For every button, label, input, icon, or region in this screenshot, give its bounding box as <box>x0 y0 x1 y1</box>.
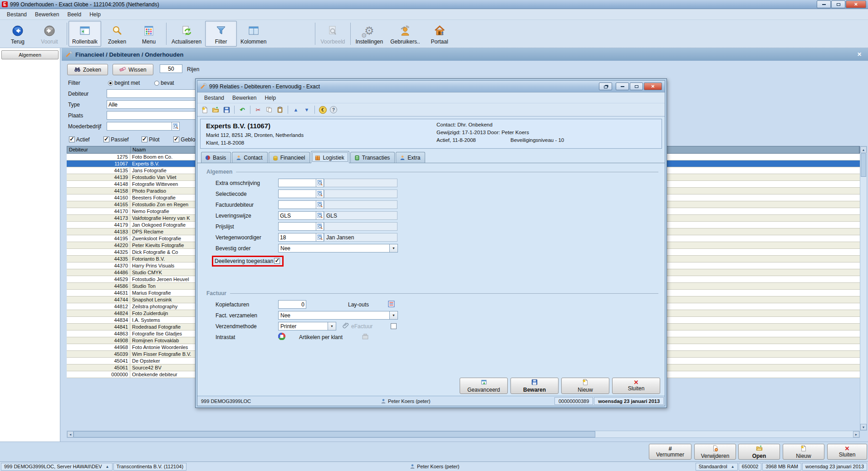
selectiecode-lookup-button[interactable] <box>316 189 324 198</box>
prijslijst-input[interactable] <box>278 222 316 231</box>
leveringswijze-lookup-button[interactable] <box>316 211 324 220</box>
sidebar-tab-algemeen[interactable]: Algemeen <box>1 50 59 59</box>
status-role-segment[interactable]: Standaardrol▲ <box>696 463 738 471</box>
scroll-down-icon[interactable]: ▼ <box>860 424 867 430</box>
filter-button[interactable]: Filter <box>205 21 237 47</box>
copy-button[interactable] <box>265 105 274 114</box>
new-button[interactable]: Nieuw <box>783 444 824 460</box>
dialog-maximize-button[interactable] <box>630 83 643 90</box>
menu-beeld[interactable]: Beeld <box>63 10 85 19</box>
type-input[interactable] <box>107 100 205 109</box>
vertegenwoordiger-input[interactable] <box>278 233 316 242</box>
tab-basis[interactable]: Basis <box>201 152 231 163</box>
maximize-button[interactable] <box>831 0 845 8</box>
menu-bestand[interactable]: Bestand <box>3 10 31 19</box>
verzendmethode-dropdown[interactable]: Printer ▼ <box>278 322 336 330</box>
vertical-scrollbar[interactable]: ▲ ▼ <box>860 146 867 431</box>
dialog-menu-help[interactable]: Help <box>260 93 280 102</box>
plaats-input[interactable] <box>107 111 205 120</box>
horizontal-scrollbar[interactable]: ◄ ► <box>67 431 860 438</box>
scrollbar-thumb[interactable] <box>74 431 595 437</box>
fact-verzamelen-dropdown[interactable]: Nee ▼ <box>278 311 398 320</box>
debiteur-input[interactable] <box>107 89 205 98</box>
paste-button[interactable] <box>275 105 284 114</box>
vertegenwoordiger-lookup-button[interactable] <box>316 233 324 242</box>
menu-button[interactable]: Menu <box>133 21 165 47</box>
refresh-button[interactable]: Actualiseren <box>168 21 205 47</box>
dialog-restore-button[interactable] <box>599 83 612 90</box>
factuurdebiteur-lookup-button[interactable] <box>316 200 324 209</box>
tab-logistiek[interactable]: Logistiek <box>311 151 349 163</box>
intrastat-button[interactable] <box>278 333 285 341</box>
new-record-button[interactable] <box>200 105 209 114</box>
columns-button[interactable]: Kolommen <box>237 21 270 47</box>
scroll-left-icon[interactable]: ◄ <box>67 431 74 437</box>
renumber-button[interactable]: # Vernummer <box>649 444 691 460</box>
extra-omschrijving-lookup-button[interactable] <box>316 179 324 187</box>
currency-button[interactable]: € <box>318 105 327 114</box>
extra-omschrijving-input[interactable] <box>278 179 316 187</box>
users-button[interactable]: Gebruikers.. <box>387 21 423 47</box>
open-record-button[interactable] <box>211 105 220 114</box>
rows-count-input[interactable] <box>160 64 182 73</box>
factuurdebiteur-input[interactable] <box>278 200 316 209</box>
help-button[interactable]: ? <box>329 105 338 114</box>
tab-financieel[interactable]: Financieel <box>269 152 310 163</box>
scrollbar-track[interactable] <box>595 431 853 437</box>
settings-button[interactable]: ⚙⚙ Instellingen <box>352 21 387 47</box>
artikelen-per-klant-button[interactable] <box>362 333 369 341</box>
tab-extra[interactable]: Extra <box>396 152 425 163</box>
status-server-segment[interactable]: 999 DEMOG3999LOC, Server HAWAII\DEV▲ <box>1 463 113 471</box>
dialog-menu-bewerken[interactable]: Bewerken <box>228 93 260 102</box>
previous-record-button[interactable]: ▲ <box>291 105 300 114</box>
checkbox-pilot[interactable]: Pilot <box>142 136 160 143</box>
dialog-close-button[interactable]: ✕ <box>644 83 662 90</box>
prijslijst-lookup-button[interactable] <box>316 222 324 231</box>
clear-button[interactable]: Wissen <box>113 64 153 75</box>
moederbedrijf-input[interactable] <box>107 122 172 131</box>
minimize-button[interactable] <box>817 0 831 8</box>
selectiecode-input[interactable] <box>278 189 316 198</box>
preview-button[interactable]: Voorbeeld <box>317 21 348 47</box>
scroll-up-icon[interactable]: ▲ <box>860 146 867 153</box>
checkbox-passief[interactable]: Passief <box>103 136 129 143</box>
search-submit-button[interactable]: Zoeken <box>67 64 108 75</box>
dialog-menu-bestand[interactable]: Bestand <box>200 93 228 102</box>
layouts-button[interactable] <box>388 301 395 309</box>
scrollbar-toggle-button[interactable]: Rollenbalk <box>69 21 101 47</box>
leveringswijze-input[interactable] <box>278 211 316 220</box>
forward-button[interactable]: Vooruit <box>34 21 65 47</box>
close-button[interactable]: ✕ <box>846 0 866 8</box>
close-list-button[interactable]: ✕ Sluiten <box>827 444 867 460</box>
scrollbar-thumb[interactable] <box>861 153 866 177</box>
deellevering-checkbox[interactable] <box>274 258 280 264</box>
search-button[interactable]: Zoeken <box>101 21 133 47</box>
dialog-titlebar[interactable]: 999 Relaties - Debiteuren - Eenvoudig - … <box>197 81 665 92</box>
next-record-button[interactable]: ▼ <box>302 105 311 114</box>
portal-button[interactable]: Portaal <box>424 21 456 47</box>
undo-button[interactable]: ↶ <box>238 105 247 114</box>
save-button[interactable] <box>222 105 231 114</box>
checkbox-actief[interactable]: Actief <box>69 136 90 143</box>
menu-help[interactable]: Help <box>85 10 105 19</box>
dialog-minimize-button[interactable] <box>616 83 629 90</box>
back-button[interactable]: Terug <box>2 21 34 47</box>
scroll-right-icon[interactable]: ► <box>853 431 859 437</box>
column-header-debiteur[interactable]: Debiteur <box>67 146 131 153</box>
tab-contact[interactable]: Contact <box>232 152 267 163</box>
radio-contains[interactable]: bevat <box>154 80 174 86</box>
save-record-button[interactable]: Bewaren <box>510 378 559 394</box>
new-record-button-bottom[interactable]: Nieuw <box>561 378 609 394</box>
panel-close-icon[interactable]: ✕ <box>854 51 864 58</box>
moederbedrijf-lookup-button[interactable] <box>172 122 180 131</box>
tab-transacties[interactable]: Transacties <box>350 152 395 163</box>
efactuur-checkbox[interactable] <box>391 323 397 329</box>
radio-begins-with[interactable]: begint met <box>108 80 140 86</box>
open-button[interactable]: Open <box>738 444 780 460</box>
bevestig-order-dropdown[interactable]: Nee ▼ <box>278 244 398 252</box>
advanced-button[interactable]: Geavanceerd <box>460 378 508 394</box>
cut-button[interactable]: ✂ <box>254 105 263 114</box>
kopiefacturen-input[interactable] <box>278 300 306 309</box>
close-dialog-button[interactable]: ✕ Sluiten <box>612 378 660 394</box>
delete-button[interactable]: Verwijderen <box>694 444 736 460</box>
